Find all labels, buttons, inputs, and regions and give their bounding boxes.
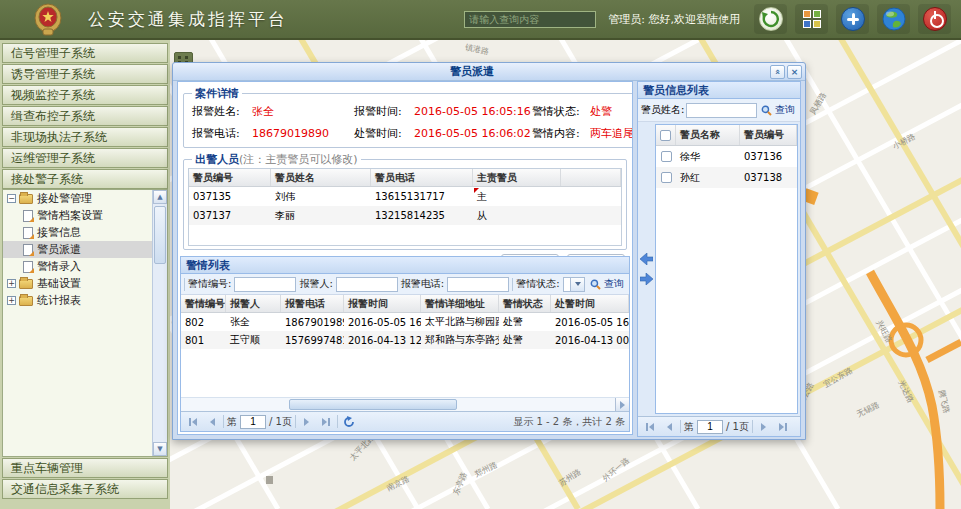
officer-name-input[interactable] [686,103,757,118]
officer-role-cell[interactable]: 主 [473,187,561,206]
sidebar-item-video[interactable]: 视频监控子系统 [2,85,168,105]
scrollbar-thumb[interactable] [154,206,166,264]
column-header[interactable]: 警员编号 [189,169,271,186]
officer-pager: 第 / 1页 [638,416,800,436]
select-all-checkbox-cell [656,125,676,145]
sidebar-tree: − 接处警管理 警情档案设置 接警信息 警员派遣 警情录入 + [2,189,168,457]
move-left-icon[interactable] [640,253,653,265]
next-page-icon[interactable] [299,414,315,430]
tree-scrollbar[interactable]: ▲ ▼ [152,190,167,456]
row-checkbox[interactable] [661,151,672,162]
alarm-row[interactable]: 801 王守顺 15769974813 2016-04-13 12:... 郑和… [181,331,629,349]
dispatch-window: 警员派遣 « × 案件详情 报警姓名: 张全 报警时间: 2016-05-05 … [172,62,806,440]
alarm-id-input[interactable] [234,277,296,292]
sidebar-item-traffic-collection[interactable]: 交通信息采集子系统 [2,479,168,499]
column-header[interactable]: 报警电话 [281,295,344,312]
scroll-up-icon[interactable]: ▲ [153,190,167,204]
column-header[interactable]: 警员编号 [740,125,797,145]
alarm-row[interactable]: 802 张全 18679019890 2016-05-05 16:... 太平北… [181,313,629,331]
sidebar-item-signal[interactable]: 信号管理子系统 [2,43,168,63]
officer-list-row[interactable]: 孙红 037138 [656,167,797,188]
sidebar-item-ops[interactable]: 运维管理子系统 [2,148,168,168]
officer-name-label: 警员姓名: [641,103,684,117]
search-icon [761,105,772,116]
expand-icon[interactable]: + [7,296,16,305]
select-all-checkbox[interactable] [660,130,671,141]
close-window-icon[interactable]: × [787,65,802,79]
power-icon[interactable] [918,4,951,34]
tree-node-alarm-entry[interactable]: 警情录入 [3,258,167,275]
officer-phone-cell: 13215814235 [371,206,473,225]
sidebar-item-guidance[interactable]: 诱导管理子系统 [2,64,168,84]
tree-node-statistics[interactable]: + 统计报表 [3,292,167,309]
last-page-icon[interactable] [775,419,791,435]
officer-search-button[interactable]: 查询 [759,103,797,117]
collapse-icon[interactable]: − [7,194,16,203]
field-value: 张全 [252,104,354,119]
first-page-icon[interactable] [185,414,201,430]
alarm-grid-empty-area [181,349,629,397]
page-number-input[interactable] [240,415,266,429]
sidebar-item-key-vehicles[interactable]: 重点车辆管理 [2,458,168,478]
tree-node-archive-settings[interactable]: 警情档案设置 [3,207,167,224]
global-search-input[interactable] [464,11,596,28]
officer-row[interactable]: 037137 李丽 13215814235 从 [189,206,621,225]
row-checkbox[interactable] [661,172,672,183]
tree-node-dispatch-mgmt[interactable]: − 接处警管理 [3,190,167,207]
officer-list-row[interactable]: 徐华 037136 [656,146,797,167]
scroll-down-icon[interactable]: ▼ [153,442,167,456]
scroll-right-icon[interactable] [615,398,629,411]
window-titlebar[interactable]: 警员派遣 « × [173,63,805,81]
column-header[interactable]: 警情详细地址 [421,295,499,312]
field-value: 2016-05-05 16:06:02 [414,127,532,140]
refresh-icon[interactable] [341,414,357,430]
column-header-sorted[interactable]: 警情编号 [181,295,226,312]
dropdown-icon[interactable] [570,278,584,291]
prev-page-icon[interactable] [204,414,220,430]
expand-icon[interactable]: + [7,279,16,288]
officer-row[interactable]: 037135 刘伟 13615131717 主 [189,187,621,206]
column-header[interactable]: 报警时间 [344,295,421,312]
field-label: 报警姓名: [192,104,252,119]
column-header[interactable]: 警员姓名 [271,169,371,186]
sidebar-item-checkcontrol[interactable]: 缉查布控子系统 [2,106,168,126]
page-number-input[interactable] [697,420,723,434]
move-right-icon[interactable] [640,273,653,285]
sidebar-item-offsite[interactable]: 非现场执法子系统 [2,127,168,147]
alarm-search-button[interactable]: 查询 [588,277,626,291]
tree-node-basic-settings[interactable]: + 基础设置 [3,275,167,292]
column-header[interactable]: 处警时间 [551,295,629,312]
reporter-input[interactable] [336,277,398,292]
officer-role-cell[interactable]: 从 [473,206,561,225]
next-page-icon[interactable] [756,419,772,435]
column-header[interactable]: 警情状态 [499,295,551,312]
column-header[interactable]: 警员电话 [371,169,473,186]
column-header[interactable]: 警员名称 [676,125,740,145]
prev-page-icon[interactable] [661,419,677,435]
screen: 公安交通集成指挥平台 管理员: 您好,欢迎登陆使用 [0,0,961,509]
alarm-horizontal-scrollbar[interactable] [181,397,629,411]
tree-node-officer-dispatch[interactable]: 警员派遣 [3,241,167,258]
alarm-list-panel: 警情列表 警情编号: 报警人: 报警电话: 警情状态: [180,256,630,432]
transfer-arrows [638,124,655,414]
tree-node-label: 统计报表 [37,293,81,308]
column-header[interactable]: 主责警员 [473,169,561,186]
column-header[interactable]: 报警人 [226,295,281,312]
field-label: 警情内容: [532,126,590,141]
globe-icon[interactable] [877,4,910,34]
scrollbar-thumb[interactable] [289,399,457,410]
phone-input[interactable] [447,277,509,292]
sidebar-item-dispatch-system[interactable]: 接处警子系统 [2,169,168,189]
recycle-icon[interactable] [754,4,787,34]
field-label: 警情状态: [532,104,590,119]
alarm-filter-toolbar: 警情编号: 报警人: 报警电话: 警情状态: [181,274,629,295]
tree-node-alarm-info[interactable]: 接警信息 [3,224,167,241]
collapse-window-icon[interactable]: « [770,65,785,79]
add-icon[interactable] [836,4,869,34]
apps-grid-icon[interactable] [795,4,828,34]
alarm-list-title: 警情列表 [181,257,629,274]
first-page-icon[interactable] [642,419,658,435]
last-page-icon[interactable] [318,414,334,430]
alarm-status-select[interactable] [563,277,586,292]
folder-icon [19,194,33,204]
